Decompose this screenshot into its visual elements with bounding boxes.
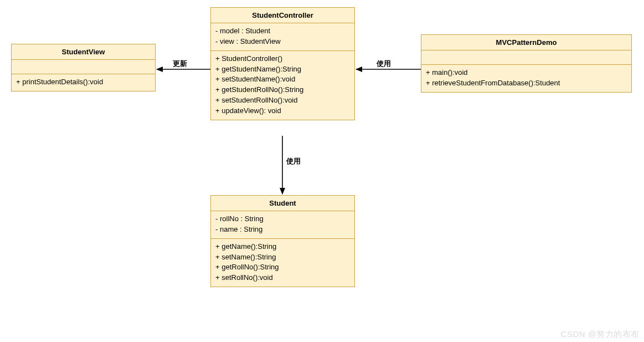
method: + getStudentName():String xyxy=(215,64,350,75)
class-methods: + getName():String + setName():String + … xyxy=(211,239,354,287)
method: + setName():String xyxy=(215,252,350,263)
class-student-view: StudentView + printStudentDetails():void xyxy=(11,44,156,91)
attr: - model : Student xyxy=(215,26,350,37)
method: + printStudentDetails():void xyxy=(16,77,151,88)
class-student: Student - rollNo : String - name : Strin… xyxy=(210,195,355,287)
class-mvc-pattern-demo: MVCPatternDemo + main():void + retrieveS… xyxy=(421,34,632,93)
method: + setRollNo():void xyxy=(215,273,350,283)
class-student-controller: StudentController - model : Student - vi… xyxy=(210,7,355,120)
method: + getStudentRollNo():String xyxy=(215,85,350,95)
class-attrs xyxy=(421,50,631,65)
method: + getRollNo():String xyxy=(215,262,350,273)
class-methods: + main():void + retrieveStudentFromDatab… xyxy=(421,65,631,92)
class-title: StudentView xyxy=(12,44,155,60)
edge-label-use-down: 使用 xyxy=(286,156,301,166)
method: + getName():String xyxy=(215,242,350,252)
edge-label-update: 更新 xyxy=(173,59,187,69)
watermark: CSDN @努力的布布 xyxy=(561,329,640,340)
method: + updateView(): void xyxy=(215,106,350,116)
class-title: StudentController xyxy=(211,8,354,23)
class-title: Student xyxy=(211,196,354,211)
method: + main():void xyxy=(426,68,627,78)
class-attrs: - rollNo : String - name : String xyxy=(211,211,354,239)
method: + setStudentRollNo():void xyxy=(215,95,350,106)
class-attrs xyxy=(12,60,155,74)
method: + StudentController() xyxy=(215,54,350,64)
class-methods: + StudentController() + getStudentName()… xyxy=(211,51,354,120)
class-title: MVCPatternDemo xyxy=(421,35,631,50)
attr: - view : StudentView xyxy=(215,37,350,47)
attr: - name : String xyxy=(215,224,350,235)
attr: - rollNo : String xyxy=(215,214,350,224)
class-attrs: - model : Student - view : StudentView xyxy=(211,23,354,51)
edge-label-use-right: 使用 xyxy=(377,59,391,69)
method: + setStudentName():void xyxy=(215,74,350,85)
class-methods: + printStudentDetails():void xyxy=(12,74,155,91)
method: + retrieveStudentFromDatabase():Student xyxy=(426,78,627,89)
